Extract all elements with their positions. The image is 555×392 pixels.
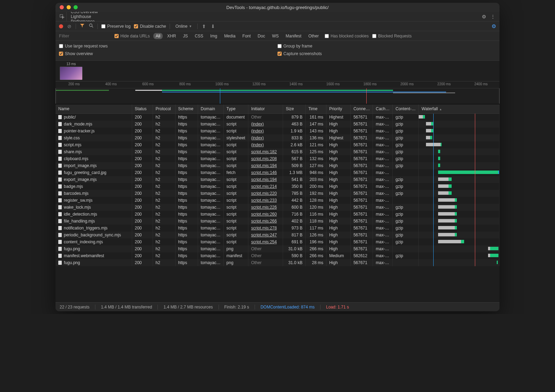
column-header-initiator[interactable]: Initiator [248, 104, 283, 114]
table-row[interactable]: fugu_greeting_card.jpg200h2httpstomayac…… [56, 169, 500, 176]
table-row[interactable]: file_handling.mjs200h2httpstomayac…scrip… [56, 218, 500, 225]
initiator-link[interactable]: script.mjs:146 [251, 170, 277, 175]
download-icon[interactable]: ⬇ [210, 24, 216, 29]
initiator-link[interactable]: (index) [251, 142, 264, 147]
type-filter-js[interactable]: JS [180, 33, 190, 39]
type-filter-css[interactable]: CSS [192, 33, 206, 39]
column-header-conne-[interactable]: Conne… [350, 104, 373, 114]
table-row[interactable]: import_image.mjs200h2httpstomayac…script… [56, 162, 500, 169]
file-icon [58, 171, 62, 175]
hide-data-urls-checkbox[interactable]: Hide data URLs [114, 34, 150, 38]
table-row[interactable]: share.mjs200h2httpstomayac…scriptscript.… [56, 148, 500, 155]
has-blocked-cookies-checkbox[interactable]: Has blocked cookies [325, 34, 369, 38]
column-header-content-[interactable]: Content-… [393, 104, 419, 114]
search-icon[interactable] [88, 23, 94, 29]
disable-cache-checkbox[interactable]: Disable cache [134, 24, 166, 29]
column-header-type[interactable]: Type [223, 104, 248, 114]
initiator-link[interactable]: (index) [251, 136, 264, 140]
type-filter-img[interactable]: Img [208, 33, 220, 39]
capture-screenshots-checkbox[interactable]: Capture screenshots [278, 51, 322, 56]
table-row[interactable]: clipboard.mjs200h2httpstomayac…scriptscr… [56, 155, 500, 162]
initiator-link[interactable]: script.mjs:194 [251, 177, 277, 182]
column-header-cach-[interactable]: Cach… [373, 104, 393, 114]
initiator-link[interactable]: script.mjs:278 [251, 226, 277, 230]
type-filter-manifest[interactable]: Manifest [283, 33, 304, 39]
initiator-link[interactable]: script.mjs:247 [251, 233, 277, 237]
tab-lighthouse[interactable]: Lighthouse [67, 14, 102, 19]
inspect-element-icon[interactable] [58, 12, 67, 21]
overview-timeline[interactable]: 200 ms400 ms600 ms800 ms1000 ms1200 ms14… [56, 81, 500, 104]
filter-input[interactable] [59, 33, 111, 38]
column-header-waterfall[interactable]: Waterfall [419, 104, 500, 114]
cell: style.css [56, 134, 132, 141]
initiator-link[interactable]: (index) [251, 129, 264, 133]
table-row[interactable]: style.css200h2httpstomayac…stylesheet(in… [56, 134, 500, 141]
blocked-requests-checkbox[interactable]: Blocked Requests [372, 34, 412, 38]
type-filter-doc[interactable]: Doc [255, 33, 267, 39]
table-row[interactable]: script.mjs200h2httpstomayac…script(index… [56, 141, 500, 148]
cell: 350 B [283, 183, 305, 190]
use-large-rows-checkbox[interactable]: Use large request rows [59, 44, 108, 49]
table-row[interactable]: register_sw.mjs200h2httpstomayac…scripts… [56, 197, 500, 204]
cell: 567671 [350, 183, 373, 190]
show-overview-checkbox[interactable]: Show overview [59, 51, 93, 56]
column-header-domain[interactable]: Domain [198, 104, 223, 114]
group-by-frame-checkbox[interactable]: Group by frame [278, 44, 312, 49]
initiator-link[interactable]: script.mjs:182 [251, 149, 277, 154]
table-row[interactable]: barcodes.mjs200h2httpstomayac…scriptscri… [56, 190, 500, 197]
column-header-scheme[interactable]: Scheme [175, 104, 198, 114]
table-row[interactable]: pointer-tracker.js200h2httpstomayac…scri… [56, 128, 500, 134]
screenshot-thumbnail[interactable]: 13 ms [59, 62, 83, 80]
cell: share.mjs [56, 148, 132, 155]
initiator-link[interactable]: script.mjs:233 [251, 198, 277, 203]
filter-icon[interactable] [79, 23, 85, 29]
record-button[interactable] [59, 24, 63, 28]
initiator-link[interactable]: script.mjs:266 [251, 219, 277, 224]
more-menu-icon[interactable]: ⋮ [490, 14, 495, 19]
cell: gzip [393, 121, 419, 128]
type-filter-media[interactable]: Media [222, 33, 238, 39]
initiator-link[interactable]: (index) [251, 122, 264, 127]
initiator-link[interactable]: script.mjs:214 [251, 184, 277, 189]
type-filter-all[interactable]: All [153, 33, 163, 39]
clear-icon[interactable]: ⊘ [67, 24, 72, 29]
type-filter-font[interactable]: Font [240, 33, 253, 39]
request-name: import_image.mjs [64, 163, 97, 168]
panel-settings-icon[interactable]: ⚙ [492, 23, 496, 29]
type-filter-xhr[interactable]: XHR [165, 33, 178, 39]
column-header-size[interactable]: Size [283, 104, 305, 114]
column-header-protocol[interactable]: Protocol [153, 104, 175, 114]
table-row[interactable]: content_indexing.mjs200h2httpstomayac…sc… [56, 238, 500, 245]
initiator-link[interactable]: script.mjs:194 [251, 163, 277, 168]
table-row[interactable]: public/200h2httpstomayac…documentOther87… [56, 114, 500, 121]
table-row[interactable]: fugu.png200h2httpstomayac…pngOther31.0 k… [56, 259, 500, 266]
column-header-status[interactable]: Status [132, 104, 153, 114]
column-header-time[interactable]: Time [305, 104, 326, 114]
table-row[interactable]: periodic_background_sync.mjs200h2httpsto… [56, 232, 500, 238]
column-header-priority[interactable]: Priority [326, 104, 350, 114]
table-row[interactable]: manifest.webmanifest200h2httpstomayac…ma… [56, 252, 500, 259]
cell: manifest [223, 252, 248, 259]
throttling-select[interactable]: Online ▼ [173, 24, 192, 29]
initiator-link[interactable]: script.mjs:208 [251, 156, 277, 161]
table-row[interactable]: fugu.png200h2httpstomayac…pngOther31.0 k… [56, 245, 500, 252]
settings-icon[interactable]: ⚙ [482, 14, 486, 19]
initiator-link[interactable]: script.mjs:220 [251, 191, 277, 196]
cell: 200 [132, 155, 153, 162]
table-row[interactable]: export_image.mjs200h2httpstomayac…script… [56, 176, 500, 183]
column-header-name[interactable]: Name [56, 104, 132, 114]
table-row[interactable]: wake_lock.mjs200h2httpstomayac…scriptscr… [56, 204, 500, 211]
initiator-link[interactable]: script.mjs:226 [251, 205, 277, 210]
type-filter-other[interactable]: Other [306, 33, 321, 39]
request-table[interactable]: NameStatusProtocolSchemeDomainTypeInitia… [56, 104, 500, 302]
preserve-log-checkbox[interactable]: Preserve log [101, 24, 130, 29]
table-row[interactable]: idle_detection.mjs200h2httpstomayac…scri… [56, 211, 500, 218]
file-icon [58, 177, 62, 182]
initiator-link[interactable]: script.mjs:254 [251, 239, 277, 244]
table-row[interactable]: notification_triggers.mjs200h2httpstomay… [56, 225, 500, 232]
type-filter-ws[interactable]: WS [270, 33, 281, 39]
upload-icon[interactable]: ⬆ [201, 24, 207, 29]
table-row[interactable]: badge.mjs200h2httpstomayac…scriptscript.… [56, 183, 500, 190]
table-row[interactable]: dark_mode.mjs200h2httpstomayac…script(in… [56, 121, 500, 128]
initiator-link[interactable]: script.mjs:260 [251, 212, 277, 217]
